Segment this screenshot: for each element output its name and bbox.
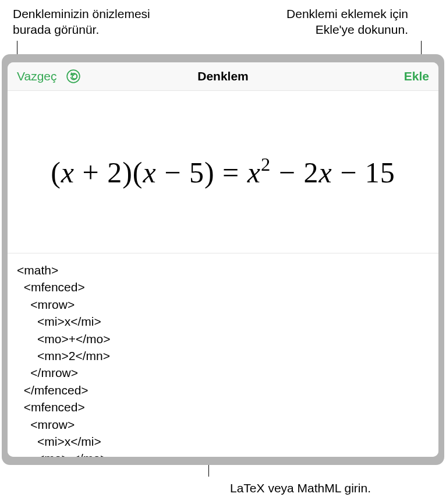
dialog-title: Denklem: [197, 69, 249, 83]
header-right: Ekle: [249, 69, 429, 83]
callout-preview: Denkleminizin önizlemesi burada görünür.: [13, 6, 150, 38]
callout-text: Denklemi eklemek için: [286, 6, 408, 22]
equation-dialog: Vazgeç Denklem Ekle (x + 2)(x − 5) = x2 …: [8, 62, 438, 457]
callout-code: LaTeX veya MathML girin.: [230, 480, 371, 496]
callout-insert: Denklemi eklemek için Ekle'ye dokunun.: [286, 6, 408, 38]
device-frame: Vazgeç Denklem Ekle (x + 2)(x − 5) = x2 …: [2, 54, 444, 465]
svg-point-0: [67, 70, 80, 83]
cancel-button[interactable]: Vazgeç: [17, 69, 57, 83]
undo-icon[interactable]: [65, 68, 82, 84]
equation-preview-area: (x + 2)(x − 5) = x2 − 2x − 15: [8, 90, 438, 253]
callout-text: burada görünür.: [13, 22, 150, 37]
callout-text: LaTeX veya MathML girin.: [230, 480, 371, 496]
equation-preview: (x + 2)(x − 5) = x2 − 2x − 15: [51, 155, 395, 189]
callout-text: Ekle'ye dokunun.: [286, 22, 408, 37]
header-left: Vazgeç: [17, 68, 197, 84]
callout-text: Denkleminizin önizlemesi: [13, 6, 150, 22]
code-input-area[interactable]: <math> <mfenced> <mrow> <mi>x</mi> <mo>+…: [8, 253, 438, 457]
insert-button[interactable]: Ekle: [404, 69, 429, 83]
dialog-header: Vazgeç Denklem Ekle: [8, 62, 438, 90]
